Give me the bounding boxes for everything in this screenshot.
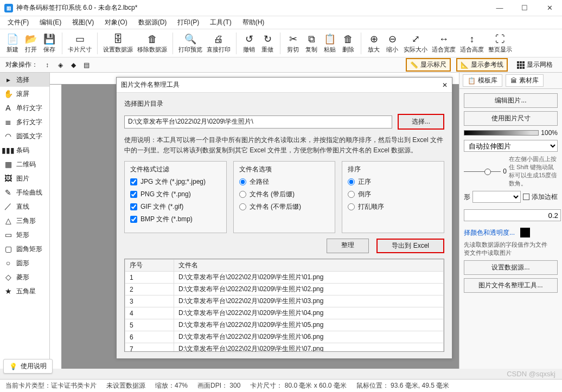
- table-row[interactable]: 4D:\文章发布平台\2022\02月\0209\学生照片\04.png: [125, 307, 444, 319]
- color-swatch[interactable]: [520, 228, 530, 237]
- menu-文件(F)[interactable]: 文件(F): [3, 17, 33, 28]
- browse-button[interactable]: 选择...: [398, 114, 444, 130]
- tb-整页显示[interactable]: ⛶整页显示: [487, 33, 513, 54]
- tool-多行文字[interactable]: ≣多行文字: [0, 115, 49, 129]
- menu-打印(P)[interactable]: 打印(P): [173, 17, 203, 28]
- shape-select[interactable]: [472, 191, 521, 203]
- tool-手绘曲线[interactable]: ✎手绘曲线: [0, 185, 49, 200]
- tb-删除[interactable]: 🗑删除: [340, 33, 356, 54]
- set-datasource-button[interactable]: 设置数据源...: [464, 260, 558, 275]
- op-icon[interactable]: ▤: [82, 61, 90, 69]
- use-image-size-button[interactable]: 使用图片尺寸: [464, 111, 558, 126]
- table-row[interactable]: 3D:\文章发布平台\2022\02月\0209\学生照片\03.png: [125, 295, 444, 307]
- table-row[interactable]: 7D:\文章发布平台\2022\02月\0209\学生照片\07.png: [125, 343, 444, 352]
- show-ruler-toggle[interactable]: 📏 显示标尺: [406, 58, 451, 72]
- angle-dial[interactable]: [464, 171, 501, 172]
- app-logo-icon: ▥: [4, 4, 13, 12]
- table-row[interactable]: 5D:\文章发布平台\2022\02月\0209\学生照片\05.png: [125, 319, 444, 331]
- fmt-check[interactable]: JPG 文件 (*.jpg;*.jpeg): [130, 177, 221, 187]
- tb-移除数据源[interactable]: 🗑移除数据源: [136, 33, 168, 54]
- sortopt-radio[interactable]: 倒序: [348, 190, 438, 199]
- 整页显示-icon: ⛶: [494, 33, 507, 46]
- tb-保存[interactable]: 💾保存: [41, 33, 58, 54]
- tool-五角星[interactable]: ★五角星: [0, 284, 49, 298]
- menu-帮助(H)[interactable]: 帮助(H): [238, 17, 269, 28]
- dialog-close-icon[interactable]: ✕: [442, 81, 448, 89]
- add-border-check[interactable]: [523, 194, 529, 200]
- tool-条码[interactable]: ▮▮▮条码: [0, 143, 49, 157]
- tool-矩形[interactable]: ▭矩形: [0, 228, 49, 242]
- edit-image-button[interactable]: 编辑图片...: [464, 93, 558, 108]
- tb-打开[interactable]: 📂打开: [23, 33, 39, 54]
- table-row[interactable]: 1D:\文章发布平台\2022\02月\0209\学生照片\01.png: [125, 272, 444, 284]
- show-guide-toggle[interactable]: 📐 显示参考线: [456, 58, 508, 72]
- 矩形-icon: ▭: [3, 230, 13, 239]
- minimize-button[interactable]: —: [487, 0, 512, 16]
- table-row[interactable]: 2D:\文章发布平台\2022\02月\0209\学生照片\02.png: [125, 284, 444, 295]
- nameopt-radio[interactable]: 文件名 (带后缀): [239, 190, 330, 199]
- dialog-title: 图片文件名整理工具: [121, 80, 442, 89]
- tb-复制[interactable]: ⧉复制: [303, 33, 320, 54]
- tab-templates[interactable]: 📋 模板库: [463, 74, 502, 87]
- menu-对象(O)[interactable]: 对象(O): [100, 17, 131, 28]
- tool-圆弧文字[interactable]: ◠圆弧文字: [0, 129, 49, 143]
- nameopt-radio[interactable]: 全路径: [239, 177, 330, 187]
- op-icon[interactable]: ◈: [56, 61, 64, 69]
- tb-重做[interactable]: ↻重做: [259, 33, 276, 54]
- tool-圆角矩形[interactable]: ▢圆角矩形: [0, 242, 49, 256]
- usage-hint-button[interactable]: 💡 使用说明: [3, 359, 53, 374]
- tool-图片[interactable]: 🖼图片: [0, 171, 49, 185]
- tool-滚屏[interactable]: ✋滚屏: [0, 87, 49, 101]
- fmt-check[interactable]: PNG 文件 (*.png): [130, 190, 221, 199]
- arrange-button[interactable]: 整理: [327, 239, 369, 253]
- table-row[interactable]: 6D:\文章发布平台\2022\02月\0209\学生照片\06.png: [125, 331, 444, 343]
- tab-assets[interactable]: 🏛 素材库: [506, 74, 544, 87]
- menu-编辑(E)[interactable]: 编辑(E): [35, 17, 66, 28]
- tb-打印预览[interactable]: 🔍打印预览: [177, 33, 203, 54]
- tool-菱形[interactable]: ◇菱形: [0, 270, 49, 284]
- tb-直接打印[interactable]: 🖨直接打印: [206, 33, 232, 54]
- tool-选择[interactable]: ▸选择: [0, 73, 49, 87]
- fmt-check[interactable]: GIF 文件 (*.gif): [130, 202, 221, 211]
- tb-设置数据源[interactable]: 🗄设置数据源: [102, 33, 134, 54]
- tb-粘贴[interactable]: 📋粘贴: [322, 33, 338, 54]
- opacity-slider[interactable]: [464, 130, 539, 136]
- menu-视图(V)[interactable]: 视图(V): [68, 17, 98, 28]
- tool-直线[interactable]: ／直线: [0, 200, 49, 214]
- menu-数据源(D)[interactable]: 数据源(D): [134, 17, 171, 28]
- 圆弧文字-icon: ◠: [3, 132, 13, 140]
- color-opacity-link[interactable]: 择颜色和透明度...: [464, 228, 515, 237]
- tb-卡片尺寸[interactable]: ▭卡片尺寸: [67, 33, 93, 54]
- stretch-select[interactable]: 自动拉伸图片: [464, 140, 558, 152]
- tb-适合宽度[interactable]: ↔适合宽度: [431, 33, 457, 54]
- status-datasource: 未设置数据源: [106, 381, 145, 390]
- tool-圆形[interactable]: ○圆形: [0, 256, 49, 270]
- op-icon[interactable]: ↕: [43, 61, 51, 69]
- show-grid-toggle[interactable]: 显示网格: [513, 59, 557, 71]
- nameopt-radio[interactable]: 文件名 (不带后缀): [239, 202, 330, 211]
- tool-二维码[interactable]: ▦二维码: [0, 157, 49, 171]
- maximize-button[interactable]: ☐: [512, 0, 537, 16]
- tb-适合高度[interactable]: ↕适合高度: [459, 33, 485, 54]
- window-title: 神奇条码标签打印系统 6.0 - 未命名2.lbcp*: [16, 3, 487, 12]
- tb-剪切[interactable]: ✂剪切: [285, 33, 301, 54]
- filename-tool-button[interactable]: 图片文件名整理工具...: [464, 278, 558, 293]
- tool-单行文字[interactable]: A单行文字: [0, 101, 49, 115]
- tb-撤销[interactable]: ↺撤销: [241, 33, 257, 54]
- 菱形-icon: ◇: [3, 273, 13, 281]
- menu-工具(T)[interactable]: 工具(T): [206, 17, 235, 28]
- directory-path-input[interactable]: D:\文章发布平台\2022\02月\0209\学生照片\: [124, 115, 392, 128]
- fmt-check[interactable]: BMP 文件 (*.bmp): [130, 215, 221, 224]
- sortopt-radio[interactable]: 打乱顺序: [348, 202, 438, 211]
- tb-放大[interactable]: ⊕放大: [366, 33, 382, 54]
- tb-实际大小[interactable]: ⤢实际大小: [403, 33, 429, 54]
- close-button[interactable]: ✕: [537, 0, 562, 16]
- tb-缩小[interactable]: ⊖缩小: [384, 33, 400, 54]
- sortopt-radio[interactable]: 正序: [348, 177, 438, 187]
- tool-三角形[interactable]: △三角形: [0, 214, 49, 228]
- border-width-input[interactable]: [464, 209, 561, 221]
- export-excel-button[interactable]: 导出到 Excel: [376, 239, 444, 253]
- file-list-grid[interactable]: 序号文件名 1D:\文章发布平台\2022\02月\0209\学生照片\01.p…: [124, 259, 444, 352]
- op-icon[interactable]: ◆: [69, 61, 77, 69]
- tb-新建[interactable]: 📄新建: [4, 33, 21, 54]
